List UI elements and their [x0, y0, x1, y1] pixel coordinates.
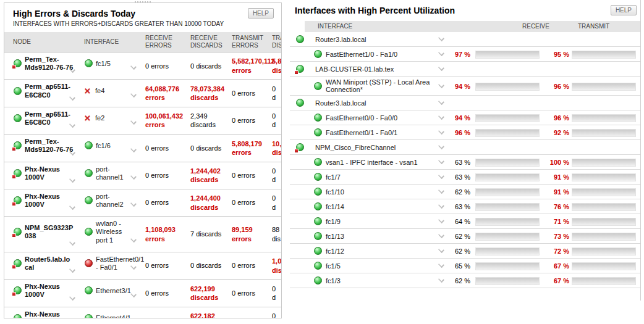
column-header-transmit: TRANSMIT [578, 23, 609, 30]
status-led [314, 247, 322, 255]
interface-link[interactable]: FastEthernet1/0 - Fa1/0 [326, 51, 397, 59]
node-link[interactable]: NPM_SG9323P038 [25, 224, 74, 240]
status-up-icon [313, 50, 322, 59]
chevron-down-icon[interactable] [69, 67, 75, 73]
transmit-utilization-bar [572, 114, 636, 122]
interface-link[interactable]: Ethernet3/1 [96, 287, 131, 295]
chevron-down-icon[interactable] [438, 50, 444, 56]
node-link[interactable]: Perm_Tex-Mds9120-76-76 [25, 56, 74, 72]
chevron-down-icon[interactable] [130, 118, 137, 125]
receive-utilization-bar [475, 262, 540, 270]
chevron-down-icon[interactable] [130, 91, 137, 98]
chevron-down-icon[interactable] [438, 262, 444, 268]
receive-errors-value: 0 errors [145, 62, 189, 70]
receive-discards-value: 78,073,384 discards [190, 85, 230, 102]
receive-utilization-bar [475, 129, 540, 137]
chevron-down-icon[interactable] [438, 217, 444, 223]
transmit-utilization-bar [572, 159, 636, 167]
status-led [14, 87, 22, 95]
interface-link[interactable]: fc1/5 [326, 262, 341, 270]
status-led [314, 262, 322, 270]
node-link[interactable]: Perm_Tex-Mds9120-76-76 [25, 138, 74, 154]
node-link[interactable]: Phx-Nexus 1000V [25, 165, 74, 181]
help-button[interactable]: HELP [248, 8, 274, 19]
node-link[interactable]: Phx-Nexus 1000V [25, 283, 74, 299]
interface-link[interactable]: wvlan0 - Wireless port 1 [96, 220, 135, 244]
chevron-down-icon[interactable] [69, 267, 75, 273]
interface-link[interactable]: fc1/10 [326, 188, 344, 196]
interface-link[interactable]: fc1/7 [326, 173, 341, 181]
warning-badge-icon [12, 175, 16, 179]
interface-link[interactable]: FastEthernet0/1 - Fa0/1 [96, 255, 144, 272]
chevron-down-icon[interactable] [438, 99, 444, 105]
interface-link[interactable]: vsan1 - IPFC interface - vsan1 [326, 159, 418, 167]
interface-link[interactable]: fe2 [95, 114, 104, 122]
status-led [14, 314, 22, 318]
interface-link[interactable]: port-channel2 [96, 193, 135, 209]
transmit-percent-value: 95 % [543, 51, 569, 58]
node-link[interactable]: Perm_ap6511-E6C8C0 [25, 83, 74, 99]
node-link[interactable]: LAB-CLUSTER-01.lab.tex [315, 65, 394, 73]
node-cell: Phx-Nexus 1000V [13, 309, 82, 318]
node-link[interactable]: Perm_ap6511-E6C8C0 [25, 110, 74, 127]
interface-link[interactable]: FastEthernet0/1 - Fa0/1 [326, 129, 397, 137]
interface-link[interactable]: fc1/12 [326, 247, 344, 255]
node-link[interactable]: Router3.lab.local [315, 99, 366, 107]
chevron-down-icon[interactable] [438, 114, 444, 120]
chevron-down-icon[interactable] [438, 276, 444, 283]
interface-link[interactable]: fc1/14 [326, 203, 344, 211]
chevron-down-icon[interactable] [69, 204, 75, 210]
interface-link[interactable]: WAN Miniport (SSTP) - Local Area Connect… [326, 78, 440, 94]
help-button[interactable]: HELP [611, 5, 637, 15]
interface-link[interactable]: FastEthernet0/0 - Fa0/0 [326, 114, 397, 122]
chevron-down-icon[interactable] [438, 128, 444, 135]
chevron-down-icon[interactable] [69, 177, 75, 183]
receive-percent-value: 65 % [444, 262, 470, 270]
interface-link[interactable]: Ethernet4/1 [96, 314, 131, 318]
chevron-down-icon[interactable] [438, 65, 444, 71]
chevron-down-icon[interactable] [438, 35, 444, 41]
chevron-down-icon[interactable] [130, 291, 137, 297]
chevron-down-icon[interactable] [438, 188, 444, 194]
chevron-down-icon[interactable] [69, 122, 75, 128]
node-link[interactable]: Phx-Nexus 1000V [25, 310, 74, 318]
node-link[interactable]: Router3.lab.local [315, 36, 366, 44]
status-up-icon [313, 232, 322, 241]
node-link[interactable]: Router5.lab.local [25, 255, 74, 272]
node-link[interactable]: NPM_Cisco_FibreChannel [315, 144, 396, 152]
chevron-down-icon[interactable] [69, 94, 75, 101]
chevron-down-icon[interactable] [130, 64, 137, 70]
chevron-down-icon[interactable] [438, 202, 444, 209]
chevron-down-icon[interactable] [438, 247, 444, 253]
chevron-down-icon[interactable] [438, 143, 444, 149]
chevron-down-icon[interactable] [438, 173, 444, 179]
interface-link[interactable]: port-channel1 [96, 165, 135, 181]
chevron-down-icon[interactable] [69, 149, 75, 156]
interface-link[interactable]: fc1/9 [326, 218, 341, 226]
chevron-down-icon[interactable] [69, 294, 75, 301]
status-led [314, 50, 322, 58]
transmit-percent-value: 72 % [543, 247, 569, 255]
chevron-down-icon[interactable] [438, 158, 444, 164]
receive-discards-value: 1,244,402 discards [190, 167, 230, 185]
transmit-errors-value: 5,808,179 errors [232, 139, 270, 157]
chevron-down-icon[interactable] [130, 146, 137, 152]
interface-link[interactable]: fc1/6 [96, 142, 111, 150]
receive-percent-value: 64 % [444, 218, 470, 225]
interface-link[interactable]: fc1/5 [96, 60, 111, 68]
interface-link[interactable]: fe4 [95, 87, 104, 95]
status-up-icon [313, 202, 322, 211]
table-row: WAN Miniport (SSTP) - Local Area Connect… [286, 77, 640, 96]
transmit-discards-value: 0 d [272, 194, 281, 212]
chevron-down-icon[interactable] [69, 239, 75, 246]
node-link[interactable]: Phx-Nexus 1000V [25, 193, 74, 209]
interface-link[interactable]: fc1/13 [326, 233, 344, 241]
status-led [314, 217, 322, 225]
status-up-icon [84, 196, 93, 205]
status-up-icon [313, 82, 322, 91]
table-row: fc1/1362 %73 % [286, 229, 640, 244]
interface-link[interactable]: fc1/3 [326, 277, 341, 285]
chevron-down-icon[interactable] [438, 232, 444, 238]
status-up-warning-icon [295, 65, 304, 73]
table-row: NPM_SG9323P038wvlan0 - Wireless port 11,… [4, 217, 281, 252]
